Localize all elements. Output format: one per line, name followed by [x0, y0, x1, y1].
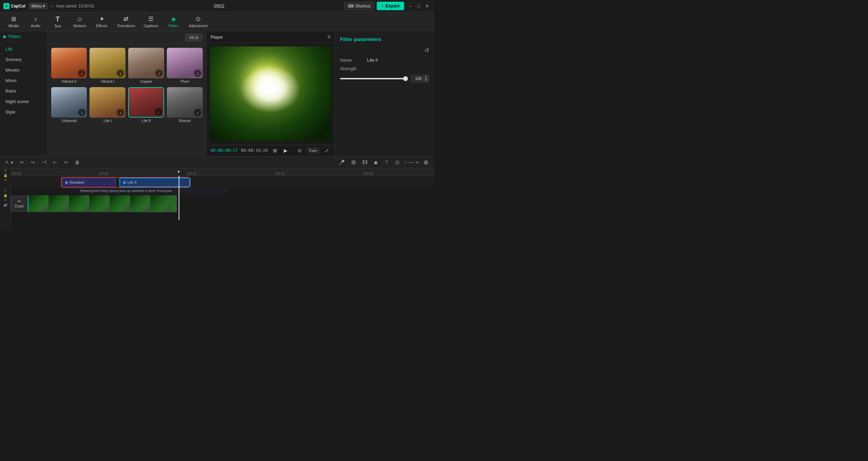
tl-playhead[interactable]	[179, 176, 179, 220]
zoom-in-button[interactable]: +	[416, 160, 419, 165]
subtitle-strip: Flowering bird cherry spring close-up, b…	[79, 188, 228, 194]
shortcut-label: Shortcut	[355, 4, 371, 8]
tool-adjustment[interactable]: ⊙ Adjustment	[185, 14, 211, 29]
menu-button[interactable]: Menu ▾	[29, 3, 47, 9]
filter-item-robust[interactable]: ↓ Robust	[167, 87, 203, 124]
tool-filters[interactable]: ◈ Filters	[163, 14, 184, 29]
close-button[interactable]: ✕	[424, 3, 431, 9]
filter-thumb-life2: ↓	[128, 87, 164, 118]
eye-icon-filter[interactable]: 👁	[4, 178, 7, 182]
tool-captions[interactable]: ☰ Captions	[140, 14, 161, 29]
filter-item-vibrant2[interactable]: ↓ Vibrant II	[51, 48, 87, 84]
mic-button[interactable]: 🎤	[337, 159, 347, 166]
strength-slider-track[interactable]	[340, 78, 408, 79]
nav-item-style[interactable]: Style	[0, 107, 47, 117]
export-button[interactable]: ↑ Export	[377, 2, 404, 10]
export-label: Export	[386, 3, 399, 8]
media-strip[interactable]	[28, 195, 177, 212]
filter-item-urbanoid[interactable]: ↓ Urbanoid	[51, 87, 87, 124]
caption-btn[interactable]: ⊡	[393, 159, 401, 166]
zoom-out-button[interactable]: −	[404, 160, 407, 165]
play-button[interactable]: ▶	[282, 147, 289, 154]
nav-item-night-scene[interactable]: Night scene	[0, 96, 47, 107]
media-label: Media	[8, 24, 19, 28]
minimize-button[interactable]: −	[407, 3, 414, 9]
nav-item-life[interactable]: Life	[0, 44, 47, 54]
filter-thumb-plum: ↓	[167, 48, 203, 78]
grid-view-button[interactable]: ⊞	[271, 147, 279, 154]
nav-item-scenery[interactable]: Scenery	[0, 54, 47, 65]
filter-item-vibrant1[interactable]: ↓ Vibrant I	[90, 48, 125, 84]
nav-item-movies[interactable]: Movies	[0, 65, 47, 75]
shortcut-button[interactable]: ⌨ Shortcut	[344, 2, 374, 10]
nav-item-retro[interactable]: Retro	[0, 86, 47, 96]
cover-icon: ✏	[18, 199, 21, 204]
maximize-button[interactable]: □	[415, 3, 422, 9]
eye-icon-media[interactable]: 👁	[4, 198, 7, 202]
add-track-button[interactable]: ⊕	[421, 158, 431, 167]
filter-chip-life2[interactable]: ◉ Life II	[119, 178, 191, 187]
adjustment-label: Adjustment	[189, 24, 208, 28]
split-btn2[interactable]: ⊢	[51, 159, 59, 166]
filter-item-plum[interactable]: ↓ Plum	[167, 48, 203, 84]
delete-button[interactable]: 🗑	[73, 159, 82, 166]
param-header: ↺	[340, 47, 429, 54]
select-tool-button[interactable]: ↖ ▾	[3, 159, 15, 166]
step-up-button[interactable]: ▲	[423, 75, 429, 79]
media-icon-ctrl[interactable]: ⊡	[4, 188, 7, 193]
slider-thumb[interactable]	[403, 76, 408, 81]
filter-chip-reindeer[interactable]: ◉ Reindeer	[62, 178, 116, 187]
stickers-label: Stickers	[73, 24, 86, 28]
filter-item-life2[interactable]: ↓ Life II	[128, 87, 164, 124]
strength-value-input[interactable]	[411, 76, 423, 82]
tool-media[interactable]: ⊞ Media	[3, 14, 24, 29]
keyframe-button[interactable]: ◆	[372, 159, 380, 166]
stickers-icon: ☺	[77, 16, 83, 23]
tl-tracks: ◉ Reindeer ◉ Life II Flowering bird cher…	[11, 176, 434, 220]
tool-transitions[interactable]: ⇄ Transitions	[114, 14, 138, 29]
fullscreen-button[interactable]: ⤢	[323, 147, 331, 154]
captions-icon: ☰	[148, 15, 154, 23]
step-down-button[interactable]: ▼	[423, 79, 429, 82]
align-button[interactable]: ⊤	[382, 159, 391, 166]
snap-button[interactable]: ⊞	[349, 158, 358, 166]
tool-stickers[interactable]: ☺ Stickers	[70, 14, 90, 29]
group-icon[interactable]: ⊕	[4, 168, 7, 173]
transitions-label: Transitions	[117, 24, 135, 28]
filter-panel: All ⊟ ↓ Vibrant II ↓ Vibrant I	[48, 31, 206, 156]
split-button[interactable]: ⊣	[40, 158, 48, 166]
ruler-mark-5: |00:05	[99, 172, 108, 176]
download-icon: ↓	[194, 69, 201, 77]
left-panel: ▶ Filters Life Scenery Movies Mono Retro…	[0, 31, 48, 156]
speaker-icon[interactable]: 🔊	[3, 203, 7, 207]
cut-btn[interactable]: ✂	[62, 159, 70, 166]
tool-effects[interactable]: ✦ Effects	[92, 14, 112, 29]
lock-icon-media[interactable]: 🔒	[3, 194, 7, 197]
menu-label: Menu	[32, 4, 42, 8]
filter-item-copper[interactable]: ↓ Copper	[128, 48, 164, 84]
tool-audio[interactable]: ♪ Audio	[25, 14, 46, 29]
top-right-actions: ⌨ Shortcut ↑ Export − □ ✕	[344, 2, 431, 10]
all-filters-button[interactable]: All ⊟	[185, 34, 202, 41]
param-section: Name Life II Strength ▲ ▼	[340, 58, 429, 86]
zoom-slider[interactable]: ──	[409, 160, 414, 165]
clip-speed-button[interactable]: 🎞	[360, 159, 369, 166]
reset-button[interactable]: ↺	[425, 47, 429, 54]
tool-text[interactable]: T Text	[47, 14, 68, 29]
player-menu-button[interactable]: ≡	[327, 34, 330, 40]
timeline-content: ⊕ 🔒 👁 ⊡ 🔒 👁 🔊 |00:00 |	[0, 168, 434, 230]
name-value: Life II	[367, 58, 378, 63]
ratio-button[interactable]: Ratio	[307, 148, 320, 153]
player-controls: 00:00:09:17 00:00:10:26 ⊞ ▶ ⊙ Ratio ⤢	[206, 145, 335, 156]
logo-text: CapCut	[11, 4, 25, 8]
cover-button[interactable]: ✏ Cover	[11, 196, 28, 212]
nav-item-mono[interactable]: Mono	[0, 75, 47, 86]
filter-item-life1[interactable]: ↓ Life I	[90, 87, 125, 124]
logo-icon: C	[3, 3, 9, 9]
filter-label-plum: Plum	[167, 78, 203, 84]
undo-button[interactable]: ↩	[18, 159, 26, 166]
snapshot-button[interactable]: ⊙	[296, 147, 303, 154]
lock-icon[interactable]: 🔒	[3, 174, 7, 177]
value-stepper: ▲ ▼	[423, 75, 429, 82]
redo-button[interactable]: ↪	[29, 159, 37, 166]
